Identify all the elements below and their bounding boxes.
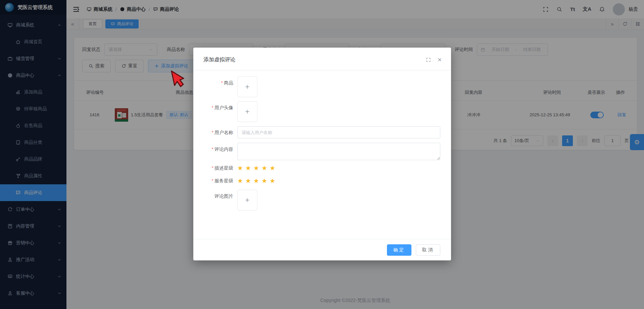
upload-button[interactable] — [237, 101, 257, 122]
form-row-2: *用户名称 — [193, 126, 440, 139]
star-icon[interactable]: ★ — [245, 178, 251, 184]
add-virtual-review-dialog: 添加虚拟评论 × *商品*用户头像*用户名称*评论内容*描述星级★★★★★*服务… — [193, 48, 451, 260]
required-asterisk: * — [212, 165, 213, 171]
dialog-body: *商品*用户头像*用户名称*评论内容*描述星级★★★★★*服务星级★★★★★评论… — [193, 70, 451, 239]
cancel-button[interactable]: 取消 — [416, 244, 440, 256]
user-name-input[interactable] — [237, 126, 440, 138]
form-label: *服务星级 — [193, 177, 237, 184]
form-row-3: *评论内容 — [193, 143, 440, 160]
plus-icon — [244, 84, 250, 90]
plus-icon — [244, 109, 250, 115]
required-asterisk: * — [221, 80, 223, 85]
star-icon[interactable]: ★ — [269, 178, 275, 184]
star-rating: ★★★★★ — [237, 165, 275, 171]
dialog-close-icon[interactable]: × — [437, 57, 442, 62]
form-label: 评论图片 — [193, 190, 237, 210]
star-icon[interactable]: ★ — [245, 165, 251, 171]
form-label: *用户头像 — [193, 101, 237, 122]
star-icon[interactable]: ★ — [253, 178, 259, 184]
form-row-1: *用户头像 — [193, 101, 440, 122]
confirm-button[interactable]: 确定 — [387, 244, 411, 256]
star-icon[interactable]: ★ — [237, 165, 243, 171]
required-asterisk: * — [212, 130, 213, 135]
required-asterisk: * — [212, 105, 213, 110]
star-icon[interactable]: ★ — [237, 178, 243, 184]
form-row-5: *服务星级★★★★★ — [193, 177, 440, 184]
star-icon[interactable]: ★ — [253, 165, 259, 171]
upload-button[interactable] — [237, 190, 257, 210]
form-label: *评论内容 — [193, 143, 237, 160]
upload-button[interactable] — [237, 76, 257, 97]
form-row-0: *商品 — [193, 76, 440, 97]
star-rating: ★★★★★ — [237, 178, 275, 184]
comment-content-textarea[interactable] — [237, 143, 440, 160]
form-label: *描述星级 — [193, 164, 237, 172]
required-asterisk: * — [212, 178, 213, 183]
dialog-footer: 确定 取消 — [193, 239, 451, 260]
required-asterisk: * — [212, 146, 213, 152]
star-icon[interactable]: ★ — [261, 178, 267, 184]
form-row-4: *描述星级★★★★★ — [193, 164, 440, 172]
plus-icon — [244, 197, 250, 203]
form-label: *商品 — [193, 76, 237, 97]
form-label: *用户名称 — [193, 126, 237, 139]
star-icon[interactable]: ★ — [269, 165, 275, 171]
form-row-6: 评论图片 — [193, 190, 440, 210]
star-icon[interactable]: ★ — [261, 165, 267, 171]
dialog-fullscreen-icon[interactable] — [426, 57, 431, 62]
dialog-header: 添加虚拟评论 × — [193, 48, 451, 70]
dialog-title: 添加虚拟评论 — [203, 56, 236, 63]
